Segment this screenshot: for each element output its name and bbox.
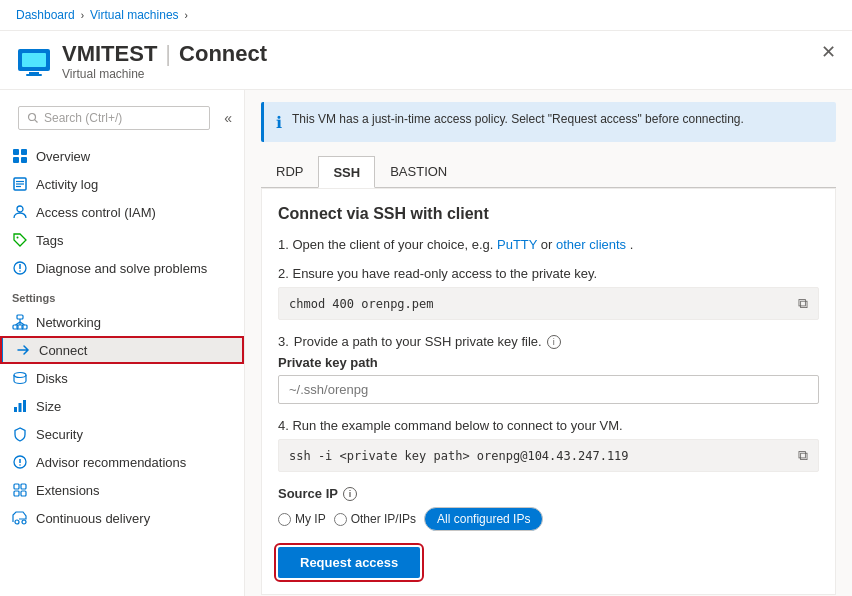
other-ip-radio[interactable] xyxy=(334,513,347,526)
source-ip-options: My IP Other IP/IPs All configured IPs xyxy=(278,507,819,531)
search-input[interactable] xyxy=(44,111,201,125)
sidebar-item-continuous-delivery[interactable]: Continuous delivery xyxy=(0,504,244,532)
sidebar-label-disks: Disks xyxy=(36,371,68,386)
content-panel: Connect via SSH with client 1. Open the … xyxy=(261,188,836,595)
vm-icon xyxy=(16,43,52,79)
other-ip-option[interactable]: Other IP/IPs xyxy=(334,512,416,526)
vm-subtitle: Virtual machine xyxy=(62,67,267,81)
svg-point-39 xyxy=(22,520,26,524)
tabs-container: RDP SSH BASTION xyxy=(261,156,836,188)
svg-point-27 xyxy=(14,373,26,378)
svg-rect-28 xyxy=(14,407,17,412)
private-key-input[interactable] xyxy=(278,375,819,404)
breadcrumb-dashboard[interactable]: Dashboard xyxy=(16,8,75,22)
sidebar: « Overview Activity log A xyxy=(0,90,245,596)
svg-rect-37 xyxy=(21,491,26,496)
my-ip-radio[interactable] xyxy=(278,513,291,526)
diagnose-icon xyxy=(12,260,28,276)
main-content: ℹ This VM has a just-in-time access poli… xyxy=(245,90,852,596)
svg-rect-35 xyxy=(21,484,26,489)
vm-name: VMITEST xyxy=(62,41,157,67)
info-banner-text: This VM has a just-in-time access policy… xyxy=(292,112,744,126)
connect-icon xyxy=(15,342,31,358)
extensions-icon xyxy=(12,482,28,498)
sidebar-item-overview[interactable]: Overview xyxy=(0,142,244,170)
step-1: 1. Open the client of your choice, e.g. … xyxy=(278,237,819,252)
step-1-number: 1. xyxy=(278,237,289,252)
sidebar-label-activity-log: Activity log xyxy=(36,177,98,192)
svg-rect-6 xyxy=(13,149,19,155)
collapse-sidebar-button[interactable]: « xyxy=(220,110,236,126)
search-icon xyxy=(27,112,39,124)
page-header: VMITEST | Connect Virtual machine ✕ xyxy=(0,31,852,90)
sidebar-label-continuous-delivery: Continuous delivery xyxy=(36,511,150,526)
svg-rect-29 xyxy=(19,403,22,412)
tab-ssh[interactable]: SSH xyxy=(318,156,375,188)
sidebar-item-networking[interactable]: Networking xyxy=(0,308,244,336)
copy-chmod-button[interactable]: ⧉ xyxy=(798,295,808,312)
tag-icon xyxy=(12,232,28,248)
svg-point-14 xyxy=(17,206,23,212)
sidebar-label-overview: Overview xyxy=(36,149,90,164)
grid-icon xyxy=(12,148,28,164)
svg-rect-8 xyxy=(13,157,19,163)
close-button[interactable]: ✕ xyxy=(821,43,836,61)
breadcrumb-virtual-machines[interactable]: Virtual machines xyxy=(90,8,179,22)
sidebar-item-size[interactable]: Size xyxy=(0,392,244,420)
sidebar-item-activity-log[interactable]: Activity log xyxy=(0,170,244,198)
svg-point-15 xyxy=(17,237,19,239)
request-access-button[interactable]: Request access xyxy=(278,547,420,578)
info-icon: ℹ xyxy=(276,113,282,132)
source-ip-label: Source IP i xyxy=(278,486,819,501)
svg-rect-3 xyxy=(26,74,42,76)
connect-title: Connect via SSH with client xyxy=(278,205,819,223)
step-1-text-after: . xyxy=(630,237,634,252)
source-ip-info-icon[interactable]: i xyxy=(343,487,357,501)
page-name: Connect xyxy=(179,41,267,67)
step-3-text: Provide a path to your SSH private key f… xyxy=(294,334,542,349)
step-1-text-before: Open the client of your choice, e.g. xyxy=(292,237,493,252)
step-3-number: 3. xyxy=(278,334,289,349)
iam-icon xyxy=(12,204,28,220)
step-2-text: Ensure you have read-only access to the … xyxy=(292,266,597,281)
other-ip-label: Other IP/IPs xyxy=(351,512,416,526)
svg-point-38 xyxy=(15,520,19,524)
copy-ssh-button[interactable]: ⧉ xyxy=(798,447,808,464)
tab-bastion[interactable]: BASTION xyxy=(375,156,462,187)
code-block-chmod: chmod 400 orenpg.pem ⧉ xyxy=(278,287,819,320)
my-ip-label: My IP xyxy=(295,512,326,526)
other-clients-link[interactable]: other clients xyxy=(556,237,626,252)
delivery-icon xyxy=(12,510,28,526)
sidebar-label-diagnose: Diagnose and solve problems xyxy=(36,261,207,276)
svg-rect-30 xyxy=(23,400,26,412)
private-key-label: Private key path xyxy=(278,355,819,370)
sidebar-label-size: Size xyxy=(36,399,61,414)
step-2-number: 2. xyxy=(278,266,289,281)
sidebar-item-diagnose[interactable]: Diagnose and solve problems xyxy=(0,254,244,282)
svg-point-33 xyxy=(19,464,21,466)
svg-rect-36 xyxy=(14,491,19,496)
all-configured-ips-button[interactable]: All configured IPs xyxy=(424,507,543,531)
info-banner: ℹ This VM has a just-in-time access poli… xyxy=(261,102,836,142)
code-ssh: ssh -i <private key path> orenpg@104.43.… xyxy=(289,449,629,463)
sidebar-item-security[interactable]: Security xyxy=(0,420,244,448)
sidebar-item-disks[interactable]: Disks xyxy=(0,364,244,392)
sidebar-label-connect: Connect xyxy=(39,343,87,358)
putty-link[interactable]: PuTTY xyxy=(497,237,537,252)
step-4-number: 4. xyxy=(278,418,289,433)
sidebar-label-extensions: Extensions xyxy=(36,483,100,498)
sidebar-item-connect[interactable]: Connect xyxy=(0,336,244,364)
breadcrumb: Dashboard › Virtual machines › xyxy=(0,0,852,31)
my-ip-option[interactable]: My IP xyxy=(278,512,326,526)
sidebar-label-tags: Tags xyxy=(36,233,63,248)
step-3-info-icon[interactable]: i xyxy=(547,335,561,349)
sidebar-item-extensions[interactable]: Extensions xyxy=(0,476,244,504)
svg-rect-34 xyxy=(14,484,19,489)
log-icon xyxy=(12,176,28,192)
tab-rdp[interactable]: RDP xyxy=(261,156,318,187)
sidebar-item-advisor[interactable]: Advisor recommendations xyxy=(0,448,244,476)
sidebar-item-access-control[interactable]: Access control (IAM) xyxy=(0,198,244,226)
sidebar-item-tags[interactable]: Tags xyxy=(0,226,244,254)
sidebar-label-networking: Networking xyxy=(36,315,101,330)
code-block-ssh: ssh -i <private key path> orenpg@104.43.… xyxy=(278,439,819,472)
